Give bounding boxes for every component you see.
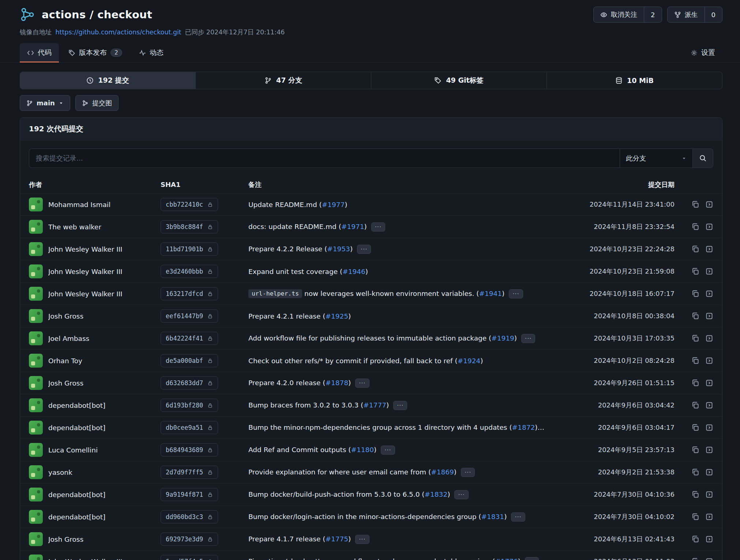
copy-sha-button[interactable]	[691, 357, 699, 365]
pr-link[interactable]: #1941	[479, 289, 502, 297]
commit-sha-badge[interactable]: 2d7d9f7ff5	[161, 466, 218, 479]
expand-commit-button[interactable]: ···	[381, 446, 395, 455]
forks-count-button[interactable]: 0	[705, 7, 722, 22]
branch-selector[interactable]: main	[20, 95, 70, 111]
browse-source-button[interactable]	[705, 557, 713, 560]
avatar[interactable]	[29, 198, 43, 211]
pr-link[interactable]: #1977	[322, 201, 345, 208]
commit-sha-badge[interactable]: dd960bd3c3	[161, 510, 218, 523]
avatar[interactable]	[29, 242, 43, 256]
author-name[interactable]: John Wesley Walker III	[48, 268, 123, 275]
pr-link[interactable]: #1832	[425, 490, 448, 498]
search-button[interactable]	[693, 149, 713, 168]
copy-sha-button[interactable]	[691, 312, 699, 320]
author-name[interactable]: The web walker	[48, 223, 101, 231]
commit-sha-badge[interactable]: e3d2460bbb	[161, 265, 218, 278]
browse-source-button[interactable]	[705, 334, 713, 342]
browse-source-button[interactable]	[705, 513, 713, 521]
pr-link[interactable]: #1925	[325, 312, 348, 320]
tab-releases[interactable]: 版本发布 2	[61, 43, 129, 62]
browse-source-button[interactable]	[705, 379, 713, 387]
expand-commit-button[interactable]: ···	[454, 490, 468, 499]
copy-sha-button[interactable]	[691, 290, 699, 298]
author-name[interactable]: dependabot[bot]	[48, 402, 105, 409]
copy-sha-button[interactable]	[691, 379, 699, 387]
author-name[interactable]: Mohammad Ismail	[48, 201, 110, 208]
author-name[interactable]: Joel Ambass	[48, 335, 89, 342]
pr-link[interactable]: #1180	[351, 446, 374, 453]
branches-stat[interactable]: 47 分支	[195, 72, 371, 89]
avatar[interactable]	[29, 354, 43, 368]
browse-source-button[interactable]	[705, 245, 713, 253]
commit-sha-badge[interactable]: 3b9b8c884f	[161, 220, 218, 233]
commit-sha-badge[interactable]: b684943689	[161, 443, 218, 456]
avatar[interactable]	[29, 465, 43, 479]
pr-link[interactable]: #1946	[342, 268, 365, 275]
mirror-url-link[interactable]: https://github.com/actions/checkout.git	[56, 29, 181, 36]
pr-link[interactable]: #1878	[325, 379, 348, 386]
copy-sha-button[interactable]	[691, 401, 699, 409]
author-name[interactable]: Josh Gross	[48, 535, 83, 543]
author-name[interactable]: Josh Gross	[48, 312, 83, 320]
browse-source-button[interactable]	[705, 401, 713, 409]
browse-source-button[interactable]	[705, 312, 713, 320]
copy-sha-button[interactable]	[691, 267, 699, 275]
commit-sha-badge[interactable]: 6b42224f41	[161, 332, 218, 345]
avatar[interactable]	[29, 264, 43, 278]
avatar[interactable]	[29, 488, 43, 501]
pr-link[interactable]: #1777	[363, 401, 386, 409]
author-name[interactable]: John Wesley Walker III	[48, 245, 123, 253]
pr-link[interactable]: #1776	[495, 557, 518, 560]
avatar[interactable]	[29, 510, 43, 524]
avatar[interactable]	[29, 220, 43, 234]
avatar[interactable]	[29, 398, 43, 412]
copy-sha-button[interactable]	[691, 491, 699, 499]
watchers-count-button[interactable]: 2	[644, 7, 661, 22]
browse-source-button[interactable]	[705, 424, 713, 432]
expand-commit-button[interactable]: ···	[355, 379, 369, 388]
pr-link[interactable]: #1919	[491, 334, 514, 342]
tab-activity[interactable]: 动态	[132, 43, 171, 62]
branch-filter-select[interactable]: 此分支	[620, 149, 693, 168]
expand-commit-button[interactable]: ···	[511, 512, 525, 522]
tags-stat[interactable]: 49 Git标签	[371, 72, 546, 89]
commits-stat[interactable]: 192 提交	[20, 72, 195, 89]
commit-sha-badge[interactable]: 6ccd57f4c5	[161, 555, 218, 560]
expand-commit-button[interactable]: ···	[371, 222, 385, 232]
copy-sha-button[interactable]	[691, 424, 699, 432]
pr-link[interactable]: #1775	[325, 535, 348, 542]
copy-sha-button[interactable]	[691, 468, 699, 476]
tab-settings[interactable]: 设置	[683, 43, 722, 62]
pr-link[interactable]: #1953	[327, 245, 350, 252]
browse-source-button[interactable]	[705, 491, 713, 499]
commit-sha-badge[interactable]: de5a000abf	[161, 354, 218, 367]
expand-commit-button[interactable]: ···	[393, 401, 407, 410]
pr-link[interactable]: #1971	[341, 222, 364, 230]
copy-sha-button[interactable]	[691, 535, 699, 543]
author-name[interactable]: dependabot[bot]	[48, 491, 105, 499]
avatar[interactable]	[29, 532, 43, 546]
author-name[interactable]: dependabot[bot]	[48, 513, 105, 521]
copy-sha-button[interactable]	[691, 200, 699, 208]
browse-source-button[interactable]	[705, 446, 713, 454]
browse-source-button[interactable]	[705, 200, 713, 208]
copy-sha-button[interactable]	[691, 245, 699, 253]
commit-sha-badge[interactable]: 11bd71901b	[161, 243, 218, 256]
expand-commit-button[interactable]: ···	[509, 289, 523, 298]
fork-button[interactable]: 派生	[668, 7, 705, 22]
copy-sha-button[interactable]	[691, 223, 699, 231]
copy-sha-button[interactable]	[691, 513, 699, 521]
pr-link[interactable]: #1831	[481, 512, 504, 520]
copy-sha-button[interactable]	[691, 446, 699, 454]
avatar[interactable]	[29, 376, 43, 390]
avatar[interactable]	[29, 287, 43, 301]
commit-sha-badge[interactable]: 163217dfcd	[161, 287, 218, 300]
avatar[interactable]	[29, 331, 43, 345]
tab-code[interactable]: 代码	[20, 43, 59, 62]
commit-graph-button[interactable]: 提交图	[75, 95, 119, 111]
browse-source-button[interactable]	[705, 290, 713, 298]
avatar[interactable]	[29, 421, 43, 435]
commit-sha-badge[interactable]: eef61447b9	[161, 309, 218, 323]
browse-source-button[interactable]	[705, 468, 713, 476]
copy-sha-button[interactable]	[691, 557, 699, 560]
